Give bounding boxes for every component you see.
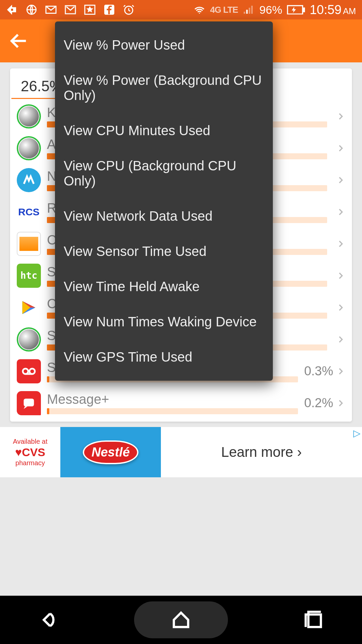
svg-rect-14: [24, 398, 34, 406]
app-icon: [17, 391, 41, 415]
chevron-right-icon: [336, 271, 345, 280]
globe-icon: [25, 4, 38, 16]
menu-item[interactable]: View % Power (Background CPU Only): [55, 63, 273, 113]
wifi-icon: [193, 4, 205, 16]
menu-item[interactable]: View Num Times Waking Device: [55, 304, 273, 339]
menu-item[interactable]: View % Power Used: [55, 28, 273, 63]
row-app-name: Message+: [47, 392, 298, 407]
app-icon: [17, 296, 41, 320]
alarm-icon: [123, 4, 135, 16]
ad-brand-panel: Nestlé: [60, 427, 161, 477]
svg-rect-6: [244, 12, 245, 14]
chevron-right-icon: [336, 144, 345, 153]
row-percent-label: 0.3%: [304, 364, 333, 378]
chevron-right-icon: [336, 175, 345, 185]
mail-icon: [45, 4, 57, 16]
app-icon: [17, 327, 41, 352]
menu-item[interactable]: View GPS Time Used: [55, 339, 273, 375]
app-icon: [17, 359, 41, 383]
status-system: 4G LTE 96% 10:59AM: [193, 3, 356, 17]
add-notification-icon: [6, 4, 18, 16]
svg-rect-0: [11, 9, 13, 11]
facebook-icon: [103, 4, 115, 16]
menu-item[interactable]: View Time Held Awake: [55, 269, 273, 304]
network-type-label: 4G LTE: [210, 5, 238, 15]
app-icon: hTC: [17, 264, 41, 288]
gmail-icon: [64, 4, 76, 16]
chevron-right-icon: [336, 207, 345, 217]
app-icon: [17, 232, 41, 256]
chevron-right-icon: [336, 303, 345, 312]
starred-icon: [84, 4, 96, 16]
android-nav-bar: [0, 596, 362, 644]
row-usage-bar: [47, 408, 298, 414]
nav-home-button[interactable]: [134, 601, 228, 638]
chevron-right-icon: [336, 367, 345, 376]
app-icon: [17, 136, 41, 160]
chevron-right-icon: [336, 239, 345, 249]
menu-item[interactable]: View Network Data Used: [55, 199, 273, 234]
clock-label: 10:59AM: [310, 3, 356, 17]
chevron-right-icon: [336, 112, 345, 121]
battery-percent-label: 96%: [259, 3, 282, 16]
ad-retailer: Available at ♥CVS pharmacy: [0, 437, 60, 467]
app-icon: [17, 168, 41, 192]
menu-item[interactable]: View Sensor Time Used: [55, 234, 273, 269]
ad-brand-logo: Nestlé: [83, 440, 138, 464]
row-percent-label: 0.2%: [304, 396, 333, 410]
nav-back-button[interactable]: [38, 609, 59, 631]
ad-banner[interactable]: Available at ♥CVS pharmacy Nestlé Learn …: [0, 427, 362, 477]
svg-rect-7: [246, 10, 248, 14]
chevron-right-icon: [336, 398, 345, 408]
menu-item[interactable]: View CPU (Background CPU Only): [55, 148, 273, 199]
chevron-right-icon: [336, 335, 345, 344]
view-options-menu: View % Power UsedView % Power (Backgroun…: [55, 21, 273, 381]
signal-icon: [243, 4, 255, 16]
android-status-bar: 4G LTE 96% 10:59AM: [0, 0, 362, 19]
app-icon: RCS: [17, 200, 41, 224]
svg-rect-11: [303, 8, 305, 12]
menu-item[interactable]: View CPU Minutes Used: [55, 113, 273, 148]
svg-rect-9: [251, 6, 253, 14]
svg-rect-15: [308, 614, 321, 627]
adchoices-icon[interactable]: ▷: [353, 428, 361, 439]
nav-recent-button[interactable]: [303, 609, 324, 631]
back-button[interactable]: [8, 30, 29, 52]
svg-rect-8: [249, 8, 250, 14]
status-notifications: [6, 4, 135, 16]
app-icon: [17, 104, 41, 128]
row-body: Message+: [47, 392, 298, 414]
app-usage-row[interactable]: Message+0.2%: [10, 387, 352, 419]
ad-cta[interactable]: Learn more ›: [161, 444, 362, 460]
battery-charging-icon: [287, 4, 305, 16]
